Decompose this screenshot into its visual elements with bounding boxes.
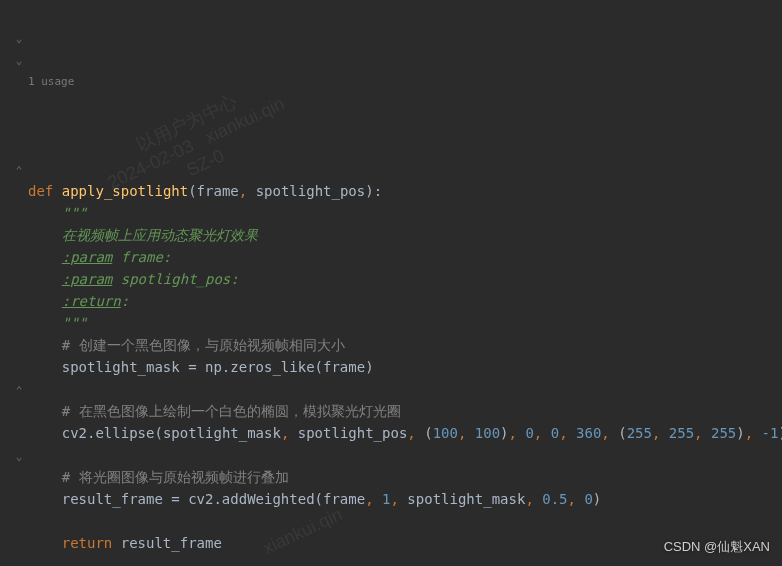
code-editor[interactable]: 1 usage ⌄ ⌄ ⌃ ⌃ ⌄ def apply_spotlight(fr…	[0, 0, 782, 566]
doc-param-name: frame:	[112, 249, 171, 265]
number: 0.5	[542, 491, 567, 507]
arg-frame: frame	[323, 359, 365, 375]
fold-icon[interactable]: ⌄	[14, 50, 24, 72]
code-block[interactable]: def apply_spotlight(frame, spotlight_pos…	[0, 180, 782, 566]
number: 255	[669, 425, 694, 441]
arg: spotlight_mask	[163, 425, 281, 441]
docstring-close: """	[62, 315, 87, 331]
paren-close: )	[778, 425, 782, 441]
comment: # 将光圈图像与原始视频帧进行叠加	[62, 469, 289, 485]
fold-icon[interactable]: ⌃	[14, 380, 24, 402]
paren-close: )	[593, 491, 601, 507]
return-value: result_frame	[112, 535, 222, 551]
code-text: cv2.ellipse(	[62, 425, 163, 441]
arg: spotlight_mask	[407, 491, 525, 507]
arg: spotlight_pos	[298, 425, 408, 441]
number: 255	[627, 425, 652, 441]
colon: :	[374, 183, 382, 199]
keyword-def: def	[28, 183, 53, 199]
comment: # 创建一个黑色图像，与原始视频帧相同大小	[62, 337, 345, 353]
number: 255	[711, 425, 736, 441]
paren-close: )	[365, 183, 373, 199]
code-text: spotlight_mask = np.zeros_like(	[62, 359, 323, 375]
usage-hint[interactable]: 1 usage	[0, 72, 782, 92]
code-text: result_frame = cv2.addWeighted(	[62, 491, 323, 507]
comment: # 在黑色图像上绘制一个白色的椭圆，模拟聚光灯光圈	[62, 403, 401, 419]
keyword-return: return	[62, 535, 113, 551]
param-spotlight-pos: spotlight_pos	[256, 183, 366, 199]
number: 100	[433, 425, 458, 441]
comma: ,	[239, 183, 247, 199]
doc-tag-param: :param	[62, 249, 113, 265]
doc-tag-param: :param	[62, 271, 113, 287]
doc-colon: :	[121, 293, 129, 309]
number: 100	[475, 425, 500, 441]
fold-icon[interactable]: ⌄	[14, 446, 24, 468]
number: -1	[762, 425, 779, 441]
doc-tag-return: :return	[62, 293, 121, 309]
function-name: apply_spotlight	[62, 183, 188, 199]
docstring-line: 在视频帧上应用动态聚光灯效果	[62, 227, 258, 243]
csdn-credit: CSDN @仙魁XAN	[664, 538, 770, 556]
doc-param-name: spotlight_pos:	[112, 271, 238, 287]
number: 0	[584, 491, 592, 507]
number: 360	[576, 425, 601, 441]
fold-icon[interactable]: ⌄	[14, 28, 24, 50]
paren-open: (	[188, 183, 196, 199]
fold-icon[interactable]: ⌃	[14, 160, 24, 182]
number: 0	[525, 425, 533, 441]
paren-close: )	[365, 359, 373, 375]
docstring-open: """	[62, 205, 87, 221]
arg: frame	[323, 491, 365, 507]
gutter: ⌄ ⌄ ⌃ ⌃ ⌄	[0, 6, 24, 566]
number: 0	[551, 425, 559, 441]
param-frame: frame	[197, 183, 239, 199]
